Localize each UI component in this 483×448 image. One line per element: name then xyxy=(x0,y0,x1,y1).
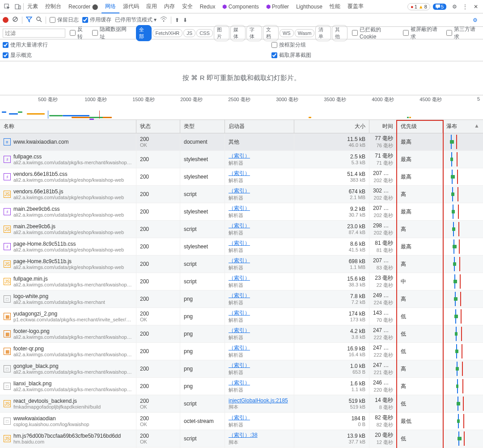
priority: 最高 xyxy=(401,173,439,181)
tab-elements[interactable]: 元素 xyxy=(24,0,42,13)
request-row[interactable]: □logo-white.pngali2.a.kwimgs.com/udata/p… xyxy=(0,290,483,308)
blocked-cookie-checkbox[interactable]: 已拦截的 Cookie xyxy=(352,26,398,40)
network-settings-icon[interactable]: ⚙ xyxy=(471,17,479,24)
status-code: 200 xyxy=(140,311,176,317)
request-row[interactable]: JSvendors.66e181b5.jsali2.a.kwimgs.com/u… xyxy=(0,186,483,203)
large-rows-checkbox[interactable]: 使用大量请求行 xyxy=(3,41,48,49)
th-priority[interactable]: 优先级 xyxy=(397,120,443,133)
tab-lighthouse[interactable]: Lighthouse xyxy=(292,1,326,13)
initiator[interactable]: （索引） xyxy=(229,152,290,160)
filter-input[interactable] xyxy=(3,29,65,38)
type-pill-Fetch/XHR[interactable]: Fetch/XHR xyxy=(153,29,183,37)
invert-checkbox[interactable]: 反转 xyxy=(70,26,88,41)
type-pill-CSS[interactable]: CSS xyxy=(196,29,213,37)
record-icon[interactable] xyxy=(3,17,8,23)
initiator[interactable]: （索引） xyxy=(229,414,290,422)
tab-components[interactable]: ⬢ Components xyxy=(219,1,262,13)
th-status[interactable]: 状态 xyxy=(136,120,180,133)
request-row[interactable]: ▦footer-logo.pngali2.a.kwimgs.com/udata/… xyxy=(0,325,483,343)
initiator[interactable]: （索引） xyxy=(229,239,290,247)
disable-cache-checkbox[interactable]: 停用缓存 xyxy=(82,16,111,24)
type-pill-清单[interactable]: 清单 xyxy=(315,25,331,41)
type-pill-媒体[interactable]: 媒体 xyxy=(230,25,246,41)
request-row[interactable]: ▦yudagongzi_2.pngp1.eckwai.com/udata/pkg… xyxy=(0,308,483,325)
tab-profiler[interactable]: ⬢ Profiler xyxy=(263,1,292,13)
type-pill-全部[interactable]: 全部 xyxy=(136,25,152,41)
capture-screenshots-checkbox[interactable]: 截取屏幕截图 xyxy=(271,51,311,59)
request-row[interactable]: JSfullpage.min.jsali2.a.kwimgs.com/udata… xyxy=(0,273,483,290)
filter-icon[interactable] xyxy=(26,16,32,24)
initiator[interactable]: （索引） xyxy=(229,257,290,265)
initiator[interactable]: （索引） xyxy=(229,222,290,230)
th-time[interactable]: 时间 xyxy=(369,120,397,133)
type-pill-字体[interactable]: 字体 xyxy=(246,25,262,41)
upload-icon[interactable]: ⬆ xyxy=(175,17,179,23)
tab-performance[interactable]: 性能 xyxy=(326,0,344,13)
tab-security[interactable]: 安全 xyxy=(178,0,196,13)
tab-application[interactable]: 应用 xyxy=(143,0,161,13)
more-icon[interactable]: ⋮ xyxy=(462,3,469,10)
initiator[interactable]: （索引） xyxy=(229,344,290,352)
request-row[interactable]: □wwwkwaixiaodiancsplog.kuaishou.com/log/… xyxy=(0,413,483,430)
type-pill-其他[interactable]: 其他 xyxy=(332,25,347,41)
error-warn-badge[interactable]: 1 8 xyxy=(407,3,430,10)
show-overview-checkbox[interactable]: 显示概览 xyxy=(3,51,48,59)
search-icon[interactable] xyxy=(36,16,42,24)
th-waterfall[interactable]: 瀑布 ▲ xyxy=(443,120,483,133)
group-by-frame-checkbox[interactable]: 按框架分组 xyxy=(271,41,311,49)
hide-data-urls-checkbox[interactable]: 隐藏数据网址 xyxy=(92,26,131,41)
tab-recorder[interactable]: Recorder ⬤ xyxy=(65,1,102,13)
preserve-log-checkbox[interactable]: 保留日志 xyxy=(50,16,79,24)
th-initiator[interactable]: 启动器 xyxy=(225,120,294,133)
download-icon[interactable]: ⬇ xyxy=(183,17,187,23)
initiator[interactable]: （索引） xyxy=(229,170,290,177)
request-row[interactable]: JShm.js?6d00b7bccfaa69b63cfbe5b7916bd6dd… xyxy=(0,430,483,448)
initiator[interactable]: （索引） xyxy=(229,362,290,369)
blocked-req-checkbox[interactable]: 被屏蔽的请求 xyxy=(403,26,442,41)
close-icon[interactable]: ✕ xyxy=(472,3,479,10)
type-pill-图片[interactable]: 图片 xyxy=(214,25,229,41)
inspect-icon[interactable] xyxy=(4,3,11,10)
request-row[interactable]: JSmain.2bee9cb6.jsali2.a.kwimgs.com/udat… xyxy=(0,221,483,238)
type-pill-文档[interactable]: 文档 xyxy=(263,25,279,41)
initiator[interactable]: （索引） xyxy=(229,205,290,212)
settings-icon[interactable]: ⚙ xyxy=(451,3,458,10)
tab-sources[interactable]: 源代码 xyxy=(119,0,143,13)
throttle-select[interactable]: 已停用节流模式 ▾ xyxy=(115,16,157,24)
tab-coverage[interactable]: 覆盖率 xyxy=(344,0,367,13)
request-row[interactable]: ♯main.2bee9cb6.cssali2.a.kwimgs.com/udat… xyxy=(0,203,483,221)
initiator[interactable]: injectGlobalHook.js:2185 xyxy=(229,397,290,404)
initiator[interactable]: （索引）:38 xyxy=(229,431,290,439)
initiator[interactable]: （索引） xyxy=(229,274,290,282)
timeline-overview[interactable]: 500 毫秒1000 毫秒1500 毫秒2000 毫秒2500 毫秒3000 毫… xyxy=(0,95,483,120)
request-row[interactable]: □gonglue_black.pngali2.a.kwimgs.com/udat… xyxy=(0,360,483,378)
th-size[interactable]: 大小 xyxy=(294,120,369,133)
messages-badge[interactable]: 5 xyxy=(433,4,446,10)
wifi-icon[interactable] xyxy=(160,16,167,24)
request-row[interactable]: ≡www.kwaixiaodian.com200OKdocument其他11.5… xyxy=(0,133,483,151)
request-row[interactable]: JSpage-Home.8c9c511b.jsali2.a.kwimgs.com… xyxy=(0,256,483,273)
th-name[interactable]: 名称 xyxy=(0,120,136,133)
type-pill-WS[interactable]: WS xyxy=(280,29,294,37)
initiator[interactable]: （索引） xyxy=(229,309,290,317)
device-icon[interactable] xyxy=(14,3,21,10)
request-row[interactable]: ♯vendors.66e181b5.cssali2.a.kwimgs.com/u… xyxy=(0,168,483,186)
initiator[interactable]: （索引） xyxy=(229,379,290,387)
initiator[interactable]: （索引） xyxy=(229,187,290,195)
request-row[interactable]: ▦footer-qr.pngali2.a.kwimgs.com/udata/pk… xyxy=(0,343,483,360)
third-party-checkbox[interactable]: 第三方请求 xyxy=(446,26,480,41)
th-type[interactable]: 类型 xyxy=(180,120,225,133)
clear-icon[interactable] xyxy=(12,16,18,24)
initiator[interactable]: （索引） xyxy=(229,327,290,334)
type-pill-Wasm[interactable]: Wasm xyxy=(295,29,315,37)
tab-console[interactable]: 控制台 xyxy=(42,0,65,13)
tab-redux[interactable]: Redux xyxy=(196,1,219,13)
tab-memory[interactable]: 内存 xyxy=(161,0,178,13)
initiator[interactable]: （索引） xyxy=(229,292,290,299)
request-row[interactable]: ♯page-Home.8c9c511b.cssali2.a.kwimgs.com… xyxy=(0,238,483,256)
request-row[interactable]: ♯fullpage.cssali2.a.kwimgs.com/udata/pkg… xyxy=(0,151,483,168)
request-row[interactable]: JSreact_devtools_backend.jsfmkadmapgofad… xyxy=(0,395,483,413)
type-pill-JS[interactable]: JS xyxy=(183,29,195,37)
tab-network[interactable]: 网络 xyxy=(102,0,119,13)
request-row[interactable]: □lianxi_black.pngali2.a.kwimgs.com/udata… xyxy=(0,378,483,395)
